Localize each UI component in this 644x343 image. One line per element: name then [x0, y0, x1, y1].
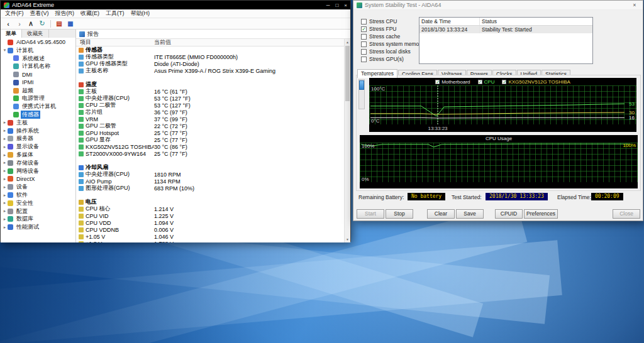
slider-thumb[interactable]	[359, 80, 364, 90]
checkbox-icon[interactable]	[361, 49, 367, 55]
tree-item-ipmi[interactable]: IPMI	[1, 79, 75, 87]
sidebar-tab-item[interactable]: 菜单	[1, 30, 22, 38]
stop-button[interactable]: Stop	[386, 209, 413, 219]
stress-option-stress-system-memory[interactable]: Stress system memory	[361, 40, 423, 48]
scroll-thumb[interactable]	[345, 46, 350, 101]
scroll-up-icon[interactable]: ▲	[345, 39, 350, 45]
sidebar-tab-item[interactable]: 收藏夹	[22, 30, 49, 38]
tree-expand-icon[interactable]: ▸	[2, 193, 8, 198]
report-row-cpu[interactable]: 中央处理器(CPU)1810 RPM	[76, 171, 344, 178]
tree-expand-icon[interactable]: ▸	[2, 153, 8, 158]
tree-item-item[interactable]: 计算机名称	[1, 62, 75, 70]
report-row-gpu[interactable]: GPU 显存25 °C (77 °F)	[76, 136, 344, 143]
report-row-cpu[interactable]: CPU 核心1.214 V	[76, 205, 344, 212]
tree-expand-icon[interactable]: ▸	[2, 128, 8, 133]
maximize-icon[interactable]: □	[335, 3, 338, 8]
tree-item-dmi[interactable]: DMI	[1, 70, 75, 79]
close-button[interactable]: Close	[613, 209, 640, 219]
up-icon[interactable]: ∧	[26, 19, 36, 28]
report-row-1-8-v[interactable]: +1.8 V1.788 V	[76, 240, 344, 242]
cpuid-button[interactable]: CPUID	[495, 209, 523, 219]
report-icon[interactable]: ▤	[54, 20, 64, 27]
tree-item-item[interactable]: ▸显示设备	[1, 143, 75, 151]
tree-expand-icon[interactable]: ▸	[2, 136, 8, 141]
close-icon[interactable]: ×	[626, 2, 643, 8]
tree-item-item[interactable]: ▸操作系统	[1, 127, 75, 135]
checkbox-icon[interactable]	[361, 41, 367, 47]
preferences-button[interactable]: Preferences	[524, 209, 558, 219]
minimize-icon[interactable]: ─	[326, 3, 330, 8]
checkbox-icon[interactable]	[361, 19, 367, 24]
tree-item-item[interactable]: ▸存储设备	[1, 159, 75, 167]
legend-motherboard[interactable]: ✓Motherboard	[435, 79, 470, 85]
tree-item-item[interactable]: ▸主板	[1, 119, 75, 127]
report-scrollbar[interactable]: ▲ ▼	[344, 39, 350, 242]
tree-expand-icon[interactable]: ▸	[2, 177, 8, 182]
tree-item-item[interactable]: 传感器	[1, 111, 75, 119]
menu-item-r[interactable]: 报告(R)	[52, 9, 78, 18]
stress-option-stress-gpu-s[interactable]: Stress GPU(s)	[361, 55, 423, 63]
legend-kxg50znv512g-toshiba[interactable]: ✓KXG50ZNV512G TOSHIBA	[502, 79, 570, 85]
tree-item-item[interactable]: ▾计算机	[1, 46, 75, 55]
tree-item-item[interactable]: ▸软件	[1, 191, 75, 199]
tree-expand-icon[interactable]: ▸	[2, 200, 8, 205]
log-row[interactable]: 2018/1/30 13:33:24Stability Test: Starte…	[419, 26, 592, 33]
save-button[interactable]: Save	[456, 209, 484, 219]
tree-expand-icon[interactable]: ▾	[2, 48, 8, 53]
refresh-icon[interactable]: ↻	[37, 19, 47, 28]
back-icon[interactable]: ‹	[3, 20, 13, 28]
report-row-item[interactable]: 主板名称Asus Prime X399-A / ROG Strix X399-E…	[76, 67, 344, 74]
checkbox-icon[interactable]	[361, 34, 367, 40]
stress-option-stress-fpu[interactable]: ✓Stress FPU	[361, 25, 423, 33]
tree-item-item[interactable]: ▸性能测试	[1, 223, 75, 231]
report-row-item[interactable]: 芯片组36 °C (97 °F)	[76, 109, 344, 116]
stress-option-stress-cache[interactable]: Stress cache	[361, 33, 423, 40]
tree-expand-icon[interactable]: ▸	[2, 185, 8, 190]
legend-checkbox-icon[interactable]: ✓	[435, 80, 440, 84]
menu-item-h[interactable]: 帮助(H)	[128, 9, 153, 18]
tree-item-item[interactable]: 超频	[1, 87, 75, 95]
clear-button[interactable]: Clear	[427, 209, 455, 219]
tree-item-item[interactable]: 系统概述	[1, 55, 75, 63]
checkbox-icon[interactable]	[361, 57, 367, 62]
tree-expand-icon[interactable]: ▸	[2, 209, 8, 214]
tree-expand-icon[interactable]: ▸	[2, 217, 8, 222]
tree-item-item[interactable]: ▸多媒体	[1, 151, 75, 159]
report-row-kxg50znv512g-toshiba[interactable]: KXG50ZNV512G TOSHIBA30 °C (86 °F)	[76, 143, 344, 150]
report-row-cpu-vdd[interactable]: CPU VDD1.094 V	[76, 219, 344, 226]
tree-item-item[interactable]: ▸网络设备	[1, 167, 75, 175]
tree-expand-icon[interactable]: ▸	[2, 144, 8, 150]
report-row-gpu[interactable]: GPU 二极管22 °C (72 °F)	[76, 122, 344, 129]
report-row-gpu[interactable]: 图形处理器(GPU)683 RPM (10%)	[76, 185, 344, 192]
stress-option-stress-local-disks[interactable]: Stress local disks	[361, 48, 423, 55]
report-row-1-05-v[interactable]: +1.05 V1.046 V	[76, 233, 344, 240]
legend-checkbox-icon[interactable]: ✓	[502, 80, 506, 84]
report-row-cpu-vid[interactable]: CPU VID1.225 V	[76, 212, 344, 219]
start-button[interactable]: Start	[357, 209, 384, 219]
tree-item-item[interactable]: 电源管理	[1, 95, 75, 103]
scroll-down-icon[interactable]: ▼	[345, 236, 350, 242]
tree-item-directx[interactable]: ▸DirectX	[1, 175, 75, 183]
legend-cpu[interactable]: ✓CPU	[478, 79, 495, 85]
tree-item-item[interactable]: ▸服务器	[1, 135, 75, 143]
tab-temperatures[interactable]: Temperatures	[357, 69, 397, 78]
tree-expand-icon[interactable]: ▸	[2, 160, 8, 165]
report-row-st2000vx000-9yw164[interactable]: ST2000VX000-9YW16425 °C (77 °F)	[76, 150, 344, 157]
tree-item-item[interactable]: ▸配置	[1, 207, 75, 215]
close-icon[interactable]: ×	[344, 3, 347, 8]
forward-icon[interactable]: ›	[14, 20, 25, 28]
menu-item-f[interactable]: 文件(F)	[2, 9, 27, 18]
report-row-cpu-vddnb[interactable]: CPU VDDNB0.006 V	[76, 226, 344, 233]
tree-expand-icon[interactable]: ▸	[2, 225, 8, 230]
tree-item-item[interactable]: 便携式计算机	[1, 102, 75, 111]
tree-item-aida64-v5-95-4500[interactable]: AIDA64 v5.95.4500	[1, 38, 75, 46]
tree-item-item[interactable]: ▸安全性	[1, 199, 75, 207]
tree-item-item[interactable]: ▸设备	[1, 183, 75, 191]
stress-option-stress-cpu[interactable]: Stress CPU	[361, 18, 423, 25]
legend-checkbox-icon[interactable]: ✓	[478, 80, 482, 84]
chart-icon[interactable]: ▦	[65, 20, 75, 27]
menu-item-t[interactable]: 工具(T)	[103, 9, 128, 18]
checkbox-icon[interactable]: ✓	[361, 26, 367, 32]
menu-item-v[interactable]: 查看(V)	[27, 9, 52, 18]
graph-scale-slider[interactable]	[358, 79, 365, 109]
